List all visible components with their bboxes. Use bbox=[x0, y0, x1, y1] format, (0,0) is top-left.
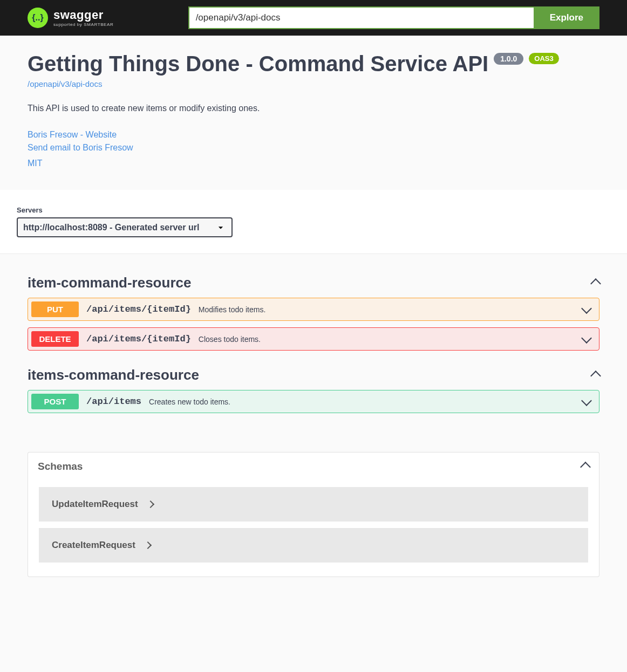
tag-name: item-command-resource bbox=[28, 275, 191, 291]
operation-path: /api/items/{itemId} bbox=[86, 334, 191, 344]
chevron-down-icon bbox=[583, 305, 590, 314]
schemas-section: Schemas UpdateItemRequestCreateItemReque… bbox=[28, 452, 599, 577]
contact-email-link[interactable]: Send email to Boris Fresow bbox=[28, 141, 599, 154]
swagger-logo-icon: {..} bbox=[28, 8, 48, 28]
version-badge: 1.0.0 bbox=[494, 53, 523, 65]
oas-badge: OAS3 bbox=[529, 53, 558, 64]
api-info: Getting Things Done - Command Service AP… bbox=[17, 36, 610, 190]
schema-name: UpdateItemRequest bbox=[52, 499, 138, 510]
operation-summary: Closes todo items. bbox=[199, 335, 583, 344]
chevron-down-icon bbox=[583, 334, 590, 344]
topbar: {..} swagger supported by SMARTBEAR Expl… bbox=[0, 0, 627, 36]
http-method-badge: DELETE bbox=[31, 331, 79, 347]
tag-header[interactable]: item-command-resource bbox=[28, 265, 599, 298]
operations-container: item-command-resourcePUT/api/items/{item… bbox=[17, 254, 610, 430]
logo-subtext: supported by SMARTBEAR bbox=[53, 23, 113, 27]
tag-name: items-command-resource bbox=[28, 367, 199, 383]
http-method-badge: POST bbox=[31, 394, 79, 409]
api-title: Getting Things Done - Command Service AP… bbox=[28, 52, 488, 76]
chevron-right-icon bbox=[148, 499, 153, 509]
contact-website-link[interactable]: Boris Fresow - Website bbox=[28, 128, 599, 141]
explore-button[interactable]: Explore bbox=[534, 6, 599, 29]
license-link[interactable]: MIT bbox=[28, 159, 43, 168]
chevron-down-icon bbox=[583, 397, 590, 407]
chevron-right-icon bbox=[145, 540, 151, 550]
chevron-up-icon bbox=[592, 277, 599, 290]
operation-summary: Creates new todo items. bbox=[149, 397, 583, 406]
operation-block[interactable]: POST/api/itemsCreates new todo items. bbox=[28, 390, 599, 413]
logo-text: swagger bbox=[53, 9, 113, 21]
api-docs-link[interactable]: /openapi/v3/api-docs bbox=[28, 79, 599, 88]
operation-block[interactable]: PUT/api/items/{itemId}Modifies todo item… bbox=[28, 298, 599, 321]
schema-name: CreateItemRequest bbox=[52, 540, 135, 551]
server-select[interactable]: http://localhost:8089 - Generated server… bbox=[17, 217, 233, 237]
operation-summary: Modifies todo items. bbox=[199, 305, 583, 314]
schemas-title: Schemas bbox=[38, 461, 83, 472]
swagger-logo[interactable]: {..} swagger supported by SMARTBEAR bbox=[28, 8, 113, 28]
operation-path: /api/items bbox=[86, 396, 141, 407]
servers-section: Servers http://localhost:8089 - Generate… bbox=[0, 190, 627, 254]
http-method-badge: PUT bbox=[31, 301, 79, 317]
schema-item[interactable]: UpdateItemRequest bbox=[39, 487, 588, 522]
operation-block[interactable]: DELETE/api/items/{itemId}Closes todo ite… bbox=[28, 327, 599, 351]
operation-path: /api/items/{itemId} bbox=[86, 304, 191, 314]
chevron-up-icon bbox=[582, 460, 589, 473]
chevron-up-icon bbox=[592, 369, 599, 382]
spec-url-input[interactable] bbox=[188, 6, 534, 29]
servers-label: Servers bbox=[17, 206, 610, 214]
api-description: This API is used to create new items or … bbox=[28, 104, 599, 113]
schemas-header[interactable]: Schemas bbox=[28, 452, 599, 481]
tag-header[interactable]: items-command-resource bbox=[28, 357, 599, 390]
schema-item[interactable]: CreateItemRequest bbox=[39, 528, 588, 563]
